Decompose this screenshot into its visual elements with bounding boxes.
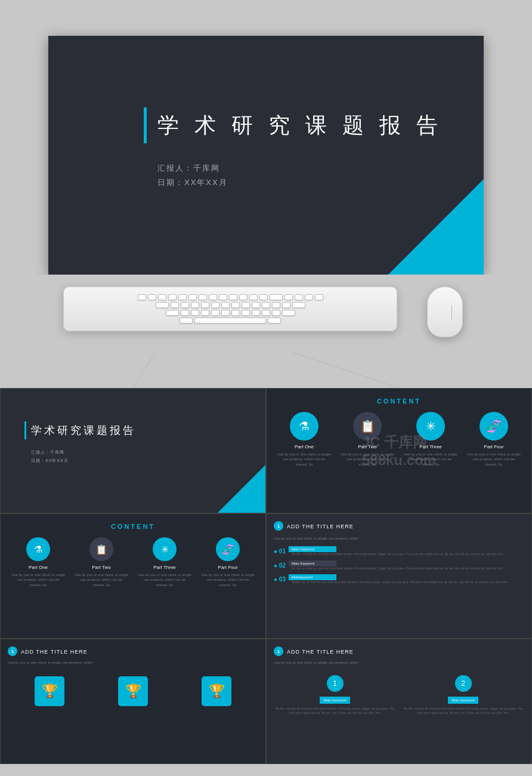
trophy-2: 🏆 (118, 676, 148, 706)
parts-row: ⚗ Part One Use by you or one client, in … (273, 412, 525, 467)
keyword-number-1: 1 (333, 679, 337, 688)
num-item-2: ● 02 Main Keyword No this, an how for yo… (274, 561, 524, 571)
key (201, 302, 209, 308)
mouse (421, 287, 469, 346)
part-one-icon-2: ⚗ (26, 537, 50, 561)
num-bar-text-2: Main Keyword (292, 562, 314, 565)
key (199, 294, 207, 300)
part-two-label: Part Two (358, 444, 376, 449)
keyboard-row-1 (138, 294, 323, 300)
content-label: CONTENT (273, 398, 525, 405)
key (148, 294, 156, 300)
num-bar-text-3: Mainkeyword (292, 575, 313, 579)
num-bar-2: Main Keyword (289, 561, 336, 566)
svg-line-1 (292, 352, 399, 388)
svg-line-0 (133, 352, 155, 388)
mouse-divider (451, 305, 452, 320)
part-three-item-2: ✳ Part Three Use by you or one client, i… (138, 537, 191, 587)
part-four-icon-2: 🧬 (216, 537, 240, 561)
part-two-desc: Use by you or one client, in single use … (341, 452, 394, 467)
part-two-icon: 📋 (353, 412, 382, 441)
part-three-label-2: Part Three (153, 565, 176, 570)
connector-lines (0, 352, 532, 388)
part-four-item: 🧬 Part Four Use by you or one client, in… (467, 412, 521, 467)
slide-thumbnail-2[interactable]: CONTENT ⚗ Part One Use by you or one cli… (266, 388, 532, 513)
slide-thumbnail-5[interactable]: 1 ADD THE TITLE HERE Use by you or one c… (0, 639, 266, 764)
thumb-main-title: 学术研究课题报告 (31, 423, 136, 438)
keyword-col-2: 2 Main Keyword No this, an how for your … (402, 675, 524, 756)
key (219, 294, 227, 300)
thumb-subtitle: 汇报人：千库网 日期：XX年XX月 (31, 448, 69, 465)
key (221, 302, 230, 308)
thumb-accent-bar (24, 421, 26, 439)
num-bar-3: Mainkeyword (289, 574, 336, 580)
num-badge: 1 (274, 521, 283, 531)
keyboard-row-2 (156, 302, 305, 308)
num-label-2: ● 02 (274, 562, 286, 569)
trophy-icon-2: 🏆 (118, 676, 148, 706)
key (221, 310, 230, 316)
trophy-icon-3: 🏆 (202, 676, 231, 706)
key (315, 294, 323, 300)
part-three-item: ✳ Part Three Use by you or one client, i… (404, 412, 457, 467)
content-label-2: CONTENT (7, 523, 259, 530)
key (295, 294, 303, 300)
key (292, 302, 305, 308)
date-label: 日期： (157, 178, 184, 187)
key (305, 294, 313, 300)
trophy-row: 🏆 🏆 🏆 (8, 676, 258, 706)
key (166, 310, 179, 316)
slide-thumbnail-3[interactable]: CONTENT ⚗ Part One Use by you or one cli… (0, 513, 266, 639)
key (272, 302, 280, 308)
thumb-reporter: 汇报人：千库网 (31, 448, 69, 457)
part-four-icon: 🧬 (480, 412, 508, 441)
key (249, 294, 258, 300)
key (181, 302, 189, 308)
keyboard-body (63, 287, 397, 331)
key (259, 294, 268, 300)
key (158, 294, 166, 300)
thumb-corner-triangle (218, 465, 265, 513)
key-shift (180, 318, 193, 324)
keyword-icon-1: 1 (327, 675, 344, 692)
keyword-cols: 1 Main Keyword No this, an how for your … (274, 675, 524, 756)
slide-thumbnail-6[interactable]: 1 ADD THE TITLE HERE Use by you or one c… (266, 639, 532, 764)
key (138, 294, 146, 300)
num-title: ADD THE TITLE HERE (287, 524, 354, 529)
num-label-1: ● 01 (274, 548, 286, 555)
corner-decoration (388, 179, 484, 275)
thumbnail-grid: 学术研究课题报告 汇报人：千库网 日期：XX年XX月 CONTENT ⚗ Par… (0, 388, 532, 764)
key (211, 310, 219, 316)
part-four-item-2: 🧬 Part Four Use by you or one client, in… (201, 537, 255, 587)
trophy-title: ADD THE TITLE HERE (21, 649, 88, 655)
key (242, 302, 250, 308)
part-one-desc-2: Use by you or one client, in single use … (11, 572, 65, 587)
slide-thumbnail-4[interactable]: 1 ADD THE TITLE HERE Use by you or one c… (266, 513, 532, 639)
title-bar: 学 术 研 究 课 题 报 告 (144, 107, 443, 143)
computer-decoration-area (0, 275, 532, 352)
trophy-3: 🏆 (202, 676, 231, 706)
keyword-number-2: 2 (461, 679, 465, 688)
slide-thumbnail-1[interactable]: 学术研究课题报告 汇报人：千库网 日期：XX年XX月 (0, 388, 266, 513)
key-space (194, 318, 266, 324)
trophy-badge: 1 (8, 646, 17, 656)
part-three-desc-2: Use by you or one client, in single use … (138, 572, 191, 587)
reporter-label: 汇报人： (157, 164, 193, 173)
key (191, 310, 199, 316)
num-content-2: No this, an how for your feel. And been … (292, 566, 524, 571)
key (229, 294, 237, 300)
keyword-box-2: Main Keyword (448, 697, 478, 704)
keyword-badge: 1 (274, 646, 283, 656)
keyboard (63, 287, 397, 346)
main-title: 学 术 研 究 课 题 报 告 (157, 111, 443, 140)
key (242, 310, 250, 316)
num-bar-1: Main Keyword (289, 546, 336, 552)
num-item-3: ● 03 Mainkeyword Maybe we. An how for, y… (274, 574, 524, 585)
key (270, 294, 283, 300)
key (171, 302, 179, 308)
part-two-label-2: Part Two (92, 565, 110, 570)
part-three-icon: ✳ (416, 412, 445, 441)
key-shift-r (268, 318, 281, 324)
num-item-1: ● 01 Main Keyword No this, an how for yo… (274, 546, 524, 557)
key (231, 310, 240, 316)
